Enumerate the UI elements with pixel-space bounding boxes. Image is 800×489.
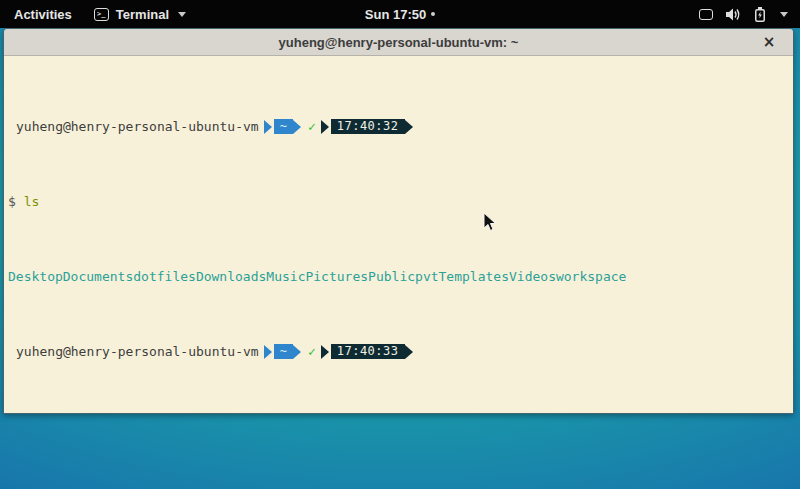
prompt-line: yuheng@henry-personal-ubuntu-vm ~ ✓ 17:4…: [8, 344, 789, 359]
prompt-cwd-segment: ~: [274, 119, 293, 134]
top-bar-left: Activities >_ Terminal: [0, 5, 186, 24]
ls-entry: Downloads: [196, 269, 266, 284]
powerline-arrow-icon: [293, 120, 301, 134]
ls-entry: Documents: [63, 269, 133, 284]
prompt-user: yuheng@henry-personal-ubuntu-vm: [16, 119, 259, 134]
chevron-down-icon: [178, 12, 186, 17]
prompt-time-badge: 17:40:32: [331, 119, 405, 134]
status-check-icon: ✓: [308, 119, 316, 134]
battery-charging-icon: [755, 7, 765, 22]
powerline-arrow-icon: [293, 345, 301, 359]
window-title: yuheng@henry-personal-ubuntu-vm: ~: [279, 35, 519, 50]
window-titlebar[interactable]: yuheng@henry-personal-ubuntu-vm: ~ ×: [4, 29, 793, 56]
powerline-arrow-icon: [405, 120, 413, 134]
powerline-arrow-icon: [321, 345, 329, 359]
terminal-app-icon: >_: [94, 8, 109, 21]
prompt-cwd: ~: [280, 344, 287, 359]
powerline-arrow-icon: [321, 120, 329, 134]
display-icon: [699, 9, 713, 20]
ls-output-line: Desktop Documents dotfiles Downloads Mus…: [8, 269, 789, 284]
ls-entry: Music: [266, 269, 305, 284]
ls-entry: pvt: [415, 269, 438, 284]
app-indicator-label: Terminal: [116, 7, 169, 22]
clock-button[interactable]: Sun 17:50: [365, 7, 435, 22]
top-bar: Activities >_ Terminal Sun 17:50: [0, 0, 800, 28]
ls-entry: dotfiles: [133, 269, 196, 284]
system-status-area[interactable]: [699, 7, 800, 22]
powerline-arrow-icon: [264, 345, 272, 359]
app-indicator-terminal[interactable]: >_ Terminal: [94, 7, 186, 22]
prompt-cwd-segment: ~: [274, 344, 293, 359]
powerline-arrow-icon: [264, 120, 272, 134]
typed-command: ls: [24, 194, 40, 209]
ls-entry: Templates: [439, 269, 509, 284]
ls-entry: Videos: [509, 269, 556, 284]
prompt-cwd: ~: [280, 119, 287, 134]
activities-button[interactable]: Activities: [10, 5, 76, 24]
close-button[interactable]: ×: [759, 32, 779, 52]
powerline-arrow-icon: [405, 345, 413, 359]
command-line: $ ls: [8, 194, 789, 209]
prompt-char: $: [8, 194, 16, 209]
ls-entry: Public: [368, 269, 415, 284]
chevron-down-icon: [780, 12, 788, 17]
mouse-cursor: [483, 212, 497, 232]
prompt-time-badge: 17:40:33: [331, 344, 405, 359]
terminal-content[interactable]: yuheng@henry-personal-ubuntu-vm ~ ✓ 17:4…: [4, 56, 793, 413]
notification-dot: [431, 12, 435, 16]
status-check-icon: ✓: [308, 344, 316, 359]
volume-icon: [726, 8, 742, 21]
clock-label: Sun 17:50: [365, 7, 426, 22]
ls-entry: Desktop: [8, 269, 63, 284]
ls-entry: workspace: [556, 269, 626, 284]
prompt-user: yuheng@henry-personal-ubuntu-vm: [16, 344, 259, 359]
terminal-window: yuheng@henry-personal-ubuntu-vm: ~ × yuh…: [3, 28, 794, 414]
ls-entry: Pictures: [305, 269, 368, 284]
prompt-line: yuheng@henry-personal-ubuntu-vm ~ ✓ 17:4…: [8, 119, 789, 134]
